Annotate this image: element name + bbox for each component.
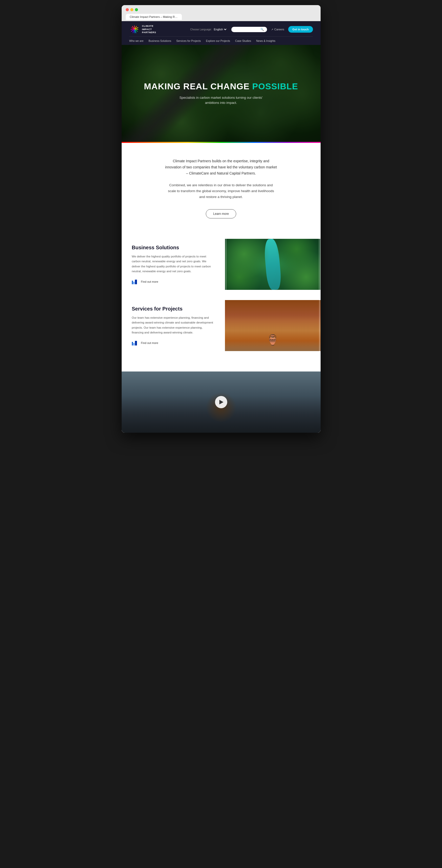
browser-window: Climate Impact Partners – Making Real Ch… [122, 5, 321, 433]
play-button[interactable] [215, 396, 227, 408]
about-text-secondary: Combined, we are relentless in our drive… [165, 182, 277, 200]
language-selector[interactable]: Choose Language: English [190, 28, 227, 31]
video-section [122, 371, 321, 433]
about-section: Climate Impact Partners builds on the ex… [122, 143, 321, 234]
external-link-icon: ↗ [271, 28, 273, 31]
nav-explore-projects[interactable]: Explore our Projects [206, 39, 230, 42]
hero-section: MAKING REAL CHANGE POSSIBLE Specialists … [122, 45, 321, 142]
bar2 [133, 282, 134, 284]
get-in-touch-button[interactable]: Get in touch [288, 26, 313, 33]
learn-more-button[interactable]: Learn more [206, 209, 236, 218]
website-content: CLIMATE IMPACT PARTNERS Choose Language:… [122, 21, 321, 433]
bar3b [135, 341, 137, 345]
business-solutions-desc: We deliver the highest quality portfolio… [132, 254, 215, 274]
nav-business-solutions[interactable]: Business Solutions [149, 39, 171, 42]
hero-title-main: MAKING REAL CHANGE [144, 82, 252, 91]
careers-link[interactable]: ↗ Careers [271, 28, 284, 31]
services-for-projects-content: Services for Projects Our team has exten… [122, 301, 225, 350]
browser-chrome: Climate Impact Partners – Making Real Ch… [122, 5, 321, 21]
find-out-icon [132, 279, 139, 284]
nav-case-studies[interactable]: Case Studies [235, 39, 251, 42]
browser-tab[interactable]: Climate Impact Partners – Making Real Ch… [126, 14, 182, 20]
bar-chart-icon [132, 280, 137, 284]
services-for-projects-find-out-more[interactable]: Find out more [132, 340, 215, 345]
river-aerial-image [225, 239, 320, 290]
bar-chart-icon-2 [132, 341, 137, 345]
business-solutions-image [225, 239, 320, 290]
find-out-text: Find out more [141, 280, 158, 283]
find-out-text-2: Find out more [141, 341, 158, 344]
services-for-projects-row: Services for Projects Our team has exten… [122, 300, 321, 351]
services-for-projects-title: Services for Projects [132, 306, 215, 312]
services-for-projects-desc: Our team has extensive experience planni… [132, 315, 215, 335]
bar1 [132, 281, 133, 284]
logo-text: CLIMATE IMPACT PARTNERS [142, 25, 156, 34]
business-solutions-title: Business Solutions [132, 245, 215, 251]
services-for-projects-image [225, 300, 320, 351]
logo-icon [129, 24, 139, 34]
about-text-primary: Climate Impact Partners builds on the ex… [165, 158, 277, 176]
maximize-button[interactable] [135, 8, 138, 11]
search-box[interactable]: 🔍 [231, 27, 267, 32]
header-top: CLIMATE IMPACT PARTNERS Choose Language:… [129, 21, 313, 37]
cookery-woman-image [225, 300, 320, 351]
close-button[interactable] [126, 8, 129, 11]
image-divider-right2 [319, 300, 321, 351]
hero-content: MAKING REAL CHANGE POSSIBLE Specialists … [134, 82, 308, 105]
divider-bar-1 [319, 239, 320, 290]
services-container: Business Solutions We deliver the highes… [122, 234, 321, 371]
bar3 [135, 280, 137, 284]
bar2b [133, 343, 134, 345]
play-button-overlay [122, 371, 321, 433]
image-divider-right [319, 239, 320, 290]
hero-subtitle: Specialists in carbon market solutions t… [178, 95, 264, 105]
site-header: CLIMATE IMPACT PARTNERS Choose Language:… [122, 21, 321, 45]
search-input[interactable] [234, 28, 259, 31]
window-controls [126, 8, 317, 11]
business-solutions-row: Business Solutions We deliver the highes… [122, 239, 321, 290]
business-solutions-find-out-more[interactable]: Find out more [132, 279, 215, 284]
header-right: Choose Language: English 🔍 ↗ Careers Get… [190, 26, 313, 33]
divider-bar-6 [320, 300, 321, 351]
nav-services-for-projects[interactable]: Services for Projects [176, 39, 201, 42]
hero-title: MAKING REAL CHANGE POSSIBLE [144, 82, 298, 91]
image-divider-left [225, 239, 226, 290]
main-navigation: Who we are Business Solutions Services f… [129, 37, 313, 45]
choose-language-label: Choose Language: [190, 28, 212, 31]
search-icon: 🔍 [260, 28, 264, 31]
bar1b [132, 342, 133, 345]
business-solutions-content: Business Solutions We deliver the highes… [122, 240, 225, 289]
language-dropdown[interactable]: English [213, 28, 227, 31]
minimize-button[interactable] [130, 8, 133, 11]
nav-news-insights[interactable]: News & Insights [256, 39, 276, 42]
hero-title-accent: POSSIBLE [252, 82, 298, 91]
logo-area[interactable]: CLIMATE IMPACT PARTNERS [129, 24, 156, 34]
nav-who-we-are[interactable]: Who we are [129, 39, 144, 42]
play-icon [219, 400, 223, 404]
find-out-icon-2 [132, 340, 139, 345]
divider-bar-2 [320, 239, 320, 290]
divider-bar-5 [319, 300, 320, 351]
divider-bar-4 [226, 239, 226, 290]
